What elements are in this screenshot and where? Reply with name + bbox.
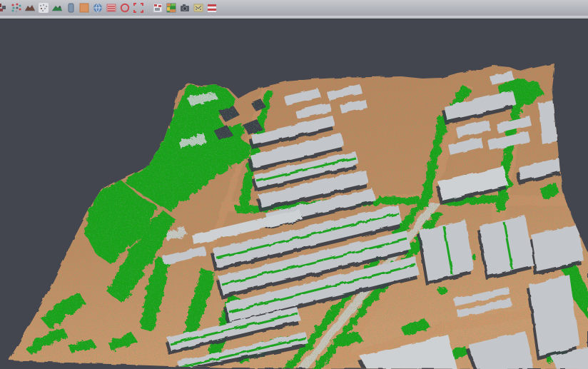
point-cloud-scene (0, 19, 588, 369)
main-toolbar (0, 0, 588, 16)
3d-viewport[interactable] (0, 19, 588, 369)
point-cloud-button[interactable] (37, 2, 49, 14)
classified-display-button[interactable] (165, 2, 177, 14)
surface-model-icon (51, 2, 63, 14)
classify-points-button[interactable] (10, 2, 22, 14)
edit-points-icon (0, 2, 9, 14)
attribute-table-icon (106, 2, 117, 14)
surface-model-button[interactable] (51, 2, 63, 14)
grid-overlay-icon (152, 2, 163, 14)
profile-view-icon (65, 2, 76, 14)
terrain-model-icon (24, 2, 36, 14)
classify-points-icon (11, 2, 22, 14)
point-cloud-icon (38, 2, 49, 14)
attribute-table-button[interactable] (105, 2, 117, 14)
profile-view-button[interactable] (64, 2, 76, 14)
map-sheet-icon (193, 2, 204, 14)
classified-display-icon (166, 2, 177, 14)
camera-view-icon (179, 2, 191, 14)
target-point-button[interactable] (118, 2, 131, 14)
orthoimage-icon (78, 2, 90, 14)
zoom-extents-icon (133, 2, 144, 14)
flag-lines-icon (206, 2, 218, 14)
flag-lines-button[interactable] (206, 2, 218, 14)
grid-overlay-button[interactable] (151, 2, 163, 14)
terrain-model-button[interactable] (24, 2, 36, 14)
zoom-extents-button[interactable] (132, 2, 144, 14)
camera-view-button[interactable] (178, 2, 191, 14)
globe-view-icon (92, 2, 103, 14)
orthoimage-button[interactable] (78, 2, 90, 14)
edit-points-button[interactable] (0, 2, 9, 14)
target-point-icon (119, 2, 131, 14)
globe-view-button[interactable] (91, 2, 103, 14)
application-window (0, 0, 588, 369)
map-sheet-button[interactable] (192, 2, 204, 14)
